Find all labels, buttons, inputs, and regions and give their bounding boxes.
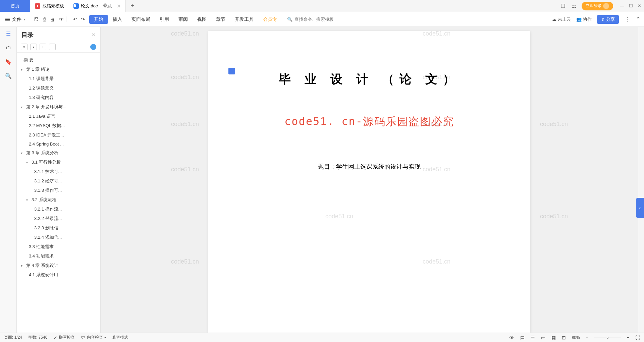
outline-item[interactable]: 3.3 性能需求 <box>18 242 99 251</box>
side-panel-toggle[interactable]: ‹ <box>636 198 644 218</box>
menu-开始[interactable]: 开始 <box>89 15 108 24</box>
outline-close-icon[interactable]: ✕ <box>92 32 96 38</box>
spellcheck[interactable]: ✓拼写检查 <box>53 335 75 340</box>
outline-item-label: 3.2.3 删除信... <box>34 225 62 231</box>
menu-页面布局[interactable]: 页面布局 <box>127 15 155 24</box>
outline-item-label: 3.2.1 操作流... <box>34 206 62 212</box>
view-page-icon[interactable]: ▤ <box>520 335 525 340</box>
preview-icon[interactable]: 👁 <box>59 16 64 22</box>
outline-item[interactable]: ▾第 3 章 系统分析 <box>18 148 99 158</box>
page-count[interactable]: 页面: 1/24 <box>4 335 22 340</box>
tab-new[interactable]: + <box>126 0 139 12</box>
user-avatar-icon[interactable] <box>90 44 96 50</box>
redo-icon[interactable]: ↷ <box>81 16 85 22</box>
outline-item[interactable]: 3.2.4 添加信... <box>18 233 99 242</box>
outline-item[interactable]: 1.2 课题意义 <box>18 83 99 93</box>
document-canvas[interactable]: 毕 业 设 计 （论 文） code51. cn-源码乐园盗图必究 题目：学生网… <box>101 27 638 333</box>
more-icon[interactable]: ⋮ <box>624 16 630 23</box>
tab-document[interactable]: 论文.doc �及 ✕ <box>69 0 126 12</box>
apps-icon[interactable]: ⚏ <box>571 2 578 10</box>
watermark: code51.cn <box>171 30 199 37</box>
outline-item[interactable]: 2.3 IDEA 开发工... <box>18 130 99 140</box>
outline-item[interactable]: 摘 要 <box>18 55 99 65</box>
tab-monitor-icon[interactable]: �及 <box>103 3 112 9</box>
outline-item[interactable]: 3.2.2 登录流... <box>18 214 99 223</box>
export-icon[interactable]: ⎙ <box>43 16 46 22</box>
hamburger-icon <box>5 18 10 21</box>
search-input[interactable] <box>294 17 348 22</box>
outline-item[interactable]: ▾3.2 系统流程 <box>18 195 99 205</box>
zoom-in-icon[interactable]: + <box>627 335 629 340</box>
scrollbar[interactable] <box>638 27 644 333</box>
expand-all-icon[interactable]: ▴ <box>30 44 37 50</box>
doc-title: 毕 业 设 计 （论 文） <box>228 71 510 88</box>
chevron-down-icon: ▾ <box>26 161 30 164</box>
close-icon[interactable]: ✕ <box>638 3 641 8</box>
tab-home[interactable]: 首页 <box>0 0 30 12</box>
share-button[interactable]: ⇪分享 <box>597 15 619 24</box>
outline-item[interactable]: 4.1 系统设计用 <box>18 270 99 280</box>
watermark: code51.cn <box>171 258 199 265</box>
outline-item-label: 2.1 Java 语言 <box>29 113 55 119</box>
menu-视图[interactable]: 视图 <box>193 15 211 24</box>
collapse-icon[interactable]: ⌃ <box>636 16 641 23</box>
outline-item[interactable]: ▾第 4 章 系统设计 <box>18 261 99 270</box>
save-icon[interactable]: 🖫 <box>34 16 39 22</box>
zoom-fit-icon[interactable]: ⊡ <box>562 335 566 340</box>
tab-templates[interactable]: 找稻壳模板 <box>30 0 69 12</box>
outline-item[interactable]: 3.4 功能需求 <box>18 251 99 261</box>
add-icon[interactable]: + <box>40 44 46 50</box>
collapse-all-icon[interactable]: ▾ <box>21 44 28 50</box>
outline-item[interactable]: 3.2.1 操作流... <box>18 205 99 214</box>
outline-item[interactable]: 3.1.2 经济可... <box>18 176 99 186</box>
remove-icon[interactable]: − <box>49 44 56 50</box>
find-icon[interactable]: 🔍 <box>5 72 12 79</box>
outline-tree: 摘 要▾第 1 章 绪论1.1 课题背景1.2 课题意义1.3 研究内容▾第 2… <box>17 53 100 333</box>
menu-会员专[interactable]: 会员专 <box>258 15 282 24</box>
menu-引用[interactable]: 引用 <box>155 15 174 24</box>
bookmark-icon[interactable]: 🔖 <box>5 58 12 65</box>
outline-icon[interactable]: ☰ <box>5 30 12 37</box>
menu-开发工具[interactable]: 开发工具 <box>230 15 258 24</box>
command-search[interactable]: 🔍 <box>287 17 348 22</box>
login-button[interactable]: 立即登录 <box>582 2 613 10</box>
outline-item[interactable]: 3.1.1 技术可... <box>18 167 99 176</box>
outline-item-label: 3.4 功能需求 <box>29 253 54 259</box>
menu-插入[interactable]: 插入 <box>108 15 127 24</box>
zoom-slider[interactable]: ———○——— <box>594 335 621 340</box>
minimize-icon[interactable]: — <box>620 3 624 8</box>
menu-章节[interactable]: 章节 <box>211 15 230 24</box>
cloud-status[interactable]: ☁未上云 <box>552 16 571 22</box>
tab-templates-label: 找稻壳模板 <box>42 3 64 9</box>
outline-item[interactable]: 1.3 研究内容 <box>18 93 99 102</box>
eye-icon[interactable]: 👁 <box>509 335 514 340</box>
outline-item[interactable]: ▾第 2 章 开发环境与... <box>18 102 99 112</box>
outline-item[interactable]: 1.1 课题背景 <box>18 74 99 83</box>
folder-icon[interactable]: 🗀 <box>5 44 12 51</box>
word-count[interactable]: 字数: 7546 <box>28 335 47 340</box>
view-web-icon[interactable]: ▦ <box>551 335 556 340</box>
fullscreen-icon[interactable]: ⛶ <box>635 335 640 340</box>
menu-审阅[interactable]: 审阅 <box>174 15 193 24</box>
compat-mode[interactable]: 兼容模式 <box>112 335 128 340</box>
content-check[interactable]: 🛡内容检查▾ <box>81 335 106 340</box>
view-read-icon[interactable]: ▭ <box>541 335 545 340</box>
collab-button[interactable]: 👥协作 <box>576 16 592 22</box>
file-menu[interactable]: 文件 ▾ <box>3 15 27 24</box>
page-handle-icon[interactable] <box>228 68 235 74</box>
zoom-out-icon[interactable]: − <box>586 335 588 340</box>
print-icon[interactable]: 🖨 <box>50 16 55 22</box>
outline-item[interactable]: 2.4 Spring Boot ... <box>18 140 99 148</box>
zoom-level[interactable]: 80% <box>572 335 580 340</box>
outline-item[interactable]: 2.1 Java 语言 <box>18 112 99 121</box>
maximize-icon[interactable]: ☐ <box>629 3 633 8</box>
view-outline-icon[interactable]: ☰ <box>531 335 535 340</box>
outline-item[interactable]: 3.1.3 操作可... <box>18 186 99 195</box>
undo-icon[interactable]: ↶ <box>73 16 77 22</box>
outline-item[interactable]: ▾第 1 章 绪论 <box>18 65 99 74</box>
outline-item[interactable]: 2.2 MYSQL 数据... <box>18 121 99 130</box>
outline-item[interactable]: ▾3.1 可行性分析 <box>18 158 99 167</box>
layout-icon[interactable]: ❐ <box>559 2 567 10</box>
outline-item[interactable]: 3.2.3 删除信... <box>18 223 99 233</box>
tab-close-icon[interactable]: ✕ <box>117 3 121 9</box>
